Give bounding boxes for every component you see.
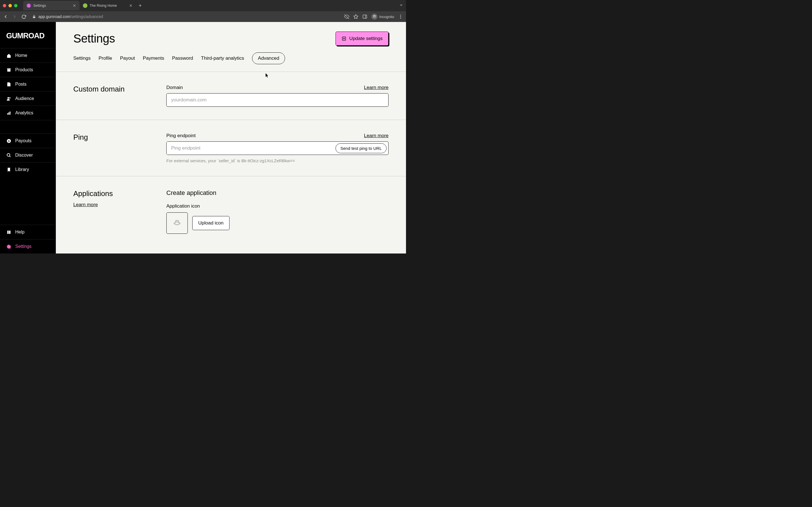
sidebar-item-library[interactable]: Library	[0, 162, 56, 177]
ping-input-group: Send test ping to URL	[166, 142, 389, 155]
tab-advanced[interactable]: Advanced	[252, 52, 285, 64]
sidebar-item-label: Audience	[15, 96, 34, 101]
incognito-badge[interactable]: Incognito	[371, 13, 394, 20]
sidebar: GUMROAD Home Products Posts Audience Ana…	[0, 22, 56, 253]
archive-icon	[6, 67, 11, 72]
address-bar: app.gumroad.com/settings/advanced Incogn…	[0, 11, 406, 22]
dollar-icon: $	[6, 138, 11, 144]
sidebar-item-posts[interactable]: Posts	[0, 77, 56, 91]
tab-settings[interactable]: G Settings ✕	[23, 1, 80, 10]
icon-upload-row: Upload icon	[166, 212, 389, 234]
star-icon[interactable]	[353, 14, 358, 19]
close-tab-icon[interactable]: ✕	[129, 3, 133, 8]
tabs-dropdown-icon[interactable]	[399, 3, 403, 8]
svg-point-12	[7, 97, 9, 99]
url-field[interactable]: app.gumroad.com/settings/advanced	[30, 14, 341, 19]
svg-point-6	[375, 16, 376, 17]
upload-icon-button[interactable]: Upload icon	[192, 216, 230, 230]
minimize-window-icon[interactable]	[8, 4, 12, 7]
tab-third-party-analytics[interactable]: Third-party analytics	[201, 53, 244, 63]
sidebar-item-label: Discover	[15, 153, 33, 158]
svg-text:$: $	[8, 139, 10, 143]
maximize-window-icon[interactable]	[14, 4, 17, 7]
close-tab-icon[interactable]: ✕	[73, 3, 76, 8]
svg-point-7	[400, 15, 401, 15]
sidebar-item-settings[interactable]: Settings	[0, 239, 56, 253]
section-header: Custom domain	[73, 85, 155, 107]
sidebar-item-label: Settings	[15, 244, 32, 249]
section-body: Create application Application icon Uplo…	[166, 189, 389, 234]
section-ping: Ping Ping endpoint Learn more Send test …	[56, 120, 406, 176]
tab-rising-home[interactable]: The Rising Home ✕	[80, 1, 136, 10]
app-icon-label: Application icon	[166, 203, 389, 209]
svg-marker-2	[354, 15, 358, 18]
tab-password[interactable]: Password	[172, 53, 193, 63]
tab-payments[interactable]: Payments	[143, 53, 164, 63]
svg-point-19	[7, 154, 10, 156]
chart-icon	[6, 110, 11, 115]
section-body: Domain Learn more	[166, 85, 389, 107]
sidebar-item-help[interactable]: Help	[0, 225, 56, 239]
nav-spacer	[0, 120, 56, 133]
update-settings-button[interactable]: Update settings	[336, 32, 389, 46]
lock-icon	[32, 15, 36, 18]
page-header: Settings Update settings	[56, 22, 406, 50]
ping-endpoint-input[interactable]	[167, 142, 336, 155]
learn-more-link[interactable]: Learn more	[73, 202, 98, 208]
learn-more-link[interactable]: Learn more	[364, 85, 389, 91]
svg-point-9	[400, 18, 401, 18]
window-controls	[3, 4, 17, 7]
sidebar-item-audience[interactable]: Audience	[0, 91, 56, 106]
image-placeholder-icon	[171, 217, 183, 229]
svg-point-13	[9, 97, 10, 98]
seller-id-hint: For external services, your `seller_id` …	[166, 158, 389, 163]
section-header: Applications Learn more	[73, 189, 155, 234]
section-title: Ping	[73, 133, 155, 142]
tab-settings[interactable]: Settings	[73, 53, 91, 63]
domain-input[interactable]	[166, 93, 389, 107]
sidebar-item-label: Help	[15, 230, 24, 235]
sidebar-item-analytics[interactable]: Analytics	[0, 106, 56, 120]
section-title: Applications	[73, 189, 155, 198]
tab-title: The Rising Home	[90, 4, 117, 8]
panel-icon[interactable]	[362, 14, 367, 19]
sidebar-item-payouts[interactable]: $ Payouts	[0, 133, 56, 148]
eye-off-icon[interactable]	[344, 14, 349, 19]
favicon-icon: G	[27, 3, 31, 8]
save-icon	[342, 36, 347, 41]
browser-tab-strip: G Settings ✕ The Rising Home ✕ +	[0, 0, 406, 11]
section-title: Custom domain	[73, 85, 155, 94]
sidebar-item-label: Products	[15, 67, 33, 72]
learn-more-link[interactable]: Learn more	[364, 133, 389, 138]
section-applications: Applications Learn more Create applicati…	[56, 176, 406, 247]
sidebar-item-home[interactable]: Home	[0, 48, 56, 62]
search-icon	[6, 153, 11, 158]
field-header: Domain Learn more	[166, 85, 389, 91]
settings-tabs: Settings Profile Payout Payments Passwor…	[56, 50, 406, 72]
svg-rect-15	[8, 112, 9, 115]
book-icon	[6, 230, 11, 235]
nav-spacer	[0, 177, 56, 225]
tab-profile[interactable]: Profile	[98, 53, 112, 63]
sidebar-item-label: Library	[15, 167, 29, 172]
tab-payout[interactable]: Payout	[120, 53, 135, 63]
logo[interactable]: GUMROAD	[0, 22, 56, 48]
page-title: Settings	[73, 32, 115, 45]
sidebar-item-label: Analytics	[15, 110, 33, 115]
section-custom-domain: Custom domain Domain Learn more	[56, 72, 406, 120]
back-button[interactable]	[3, 14, 8, 19]
sidebar-item-products[interactable]: Products	[0, 62, 56, 77]
nav-group-bottom: Help Settings	[0, 225, 56, 253]
sidebar-item-discover[interactable]: Discover	[0, 148, 56, 162]
gear-icon	[6, 244, 11, 249]
svg-rect-10	[7, 68, 11, 69]
svg-rect-14	[7, 113, 8, 115]
new-tab-button[interactable]: +	[136, 3, 145, 9]
forward-button[interactable]	[12, 14, 17, 19]
close-window-icon[interactable]	[3, 4, 6, 7]
reload-button[interactable]	[21, 14, 27, 19]
send-test-ping-button[interactable]: Send test ping to URL	[336, 144, 387, 153]
field-label: Ping endpoint	[166, 133, 196, 138]
users-icon	[6, 96, 11, 101]
menu-icon[interactable]	[398, 14, 403, 19]
